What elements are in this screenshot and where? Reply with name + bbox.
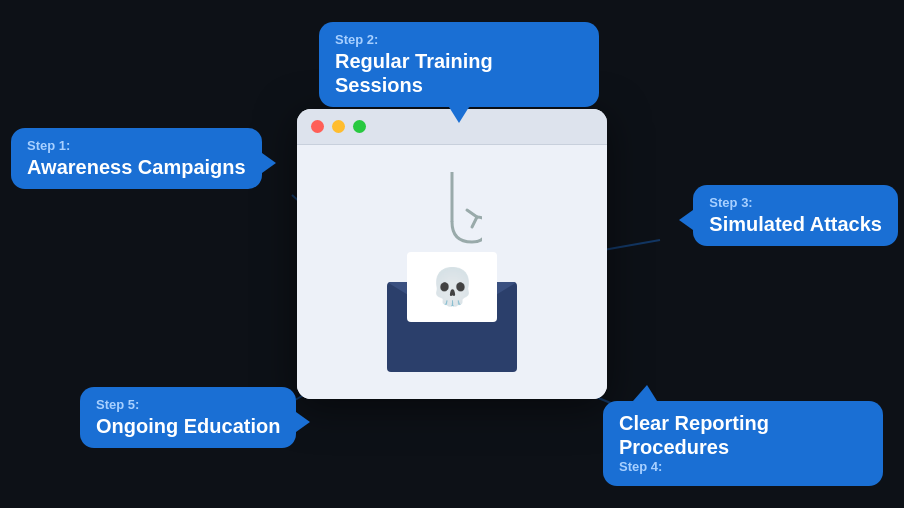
step5-title: Ongoing Education xyxy=(96,414,280,438)
envelope: 💀 xyxy=(387,282,517,372)
step4-title: Clear Reporting Procedures xyxy=(619,411,867,459)
hook-icon xyxy=(422,172,482,252)
bubble-step4: Clear Reporting Procedures Step 4: xyxy=(603,401,883,486)
browser-dot-red xyxy=(311,120,324,133)
step1-label: Step 1: xyxy=(27,138,246,153)
bubble-step1: Step 1: Awareness Campaigns xyxy=(11,128,262,189)
browser-content: 💀 xyxy=(297,145,607,399)
bubble-step3: Step 3: Simulated Attacks xyxy=(693,185,898,246)
bubble-step2: Step 2: Regular Training Sessions xyxy=(319,22,599,107)
step3-label: Step 3: xyxy=(709,195,882,210)
step2-label: Step 2: xyxy=(335,32,583,47)
phishing-illustration: 💀 xyxy=(372,172,532,372)
browser-window: 💀 xyxy=(297,109,607,399)
skull-icon: 💀 xyxy=(430,269,475,305)
step1-title: Awareness Campaigns xyxy=(27,155,246,179)
browser-dot-yellow xyxy=(332,120,345,133)
step2-title: Regular Training Sessions xyxy=(335,49,583,97)
letter: 💀 xyxy=(407,252,497,322)
step5-label: Step 5: xyxy=(96,397,280,412)
bubble-step5: Step 5: Ongoing Education xyxy=(80,387,296,448)
step3-title: Simulated Attacks xyxy=(709,212,882,236)
browser-dot-green xyxy=(353,120,366,133)
step4-label: Step 4: xyxy=(619,459,867,474)
